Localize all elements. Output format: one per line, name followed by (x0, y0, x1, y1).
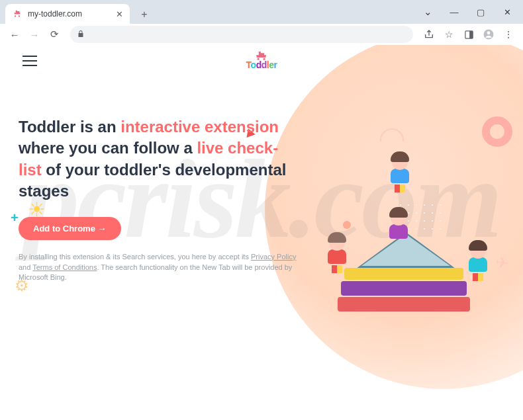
lock-icon (77, 30, 85, 40)
reload-button[interactable]: ⟳ (45, 25, 64, 44)
close-icon[interactable]: ✕ (116, 9, 123, 19)
child-middle (383, 210, 414, 239)
profile-icon[interactable] (479, 25, 498, 44)
maximize-icon[interactable]: ▢ (467, 3, 494, 21)
stroller-icon (12, 9, 23, 19)
tab-title: my-toddler.com (28, 9, 82, 19)
share-icon[interactable] (420, 25, 438, 44)
book-stack (338, 267, 470, 312)
cta-label: Add to Chrome → (33, 224, 107, 233)
book-yellow (344, 268, 463, 280)
headline-part1: Toddler is an (19, 118, 120, 136)
plus-icon: + (11, 210, 19, 226)
window-controls: ⌄ — ▢ ✕ (414, 3, 520, 21)
toolbar-right: ☆ ⋮ (420, 25, 518, 44)
add-to-chrome-button[interactable]: Add to Chrome → (19, 217, 121, 240)
child-left (321, 235, 353, 273)
disclaimer-text: By installing this extension & its Searc… (19, 252, 297, 284)
minimize-icon[interactable]: — (441, 3, 467, 21)
browser-toolbar: ← → ⟳ ☆ ⋮ (0, 24, 523, 45)
headline-part2: where you can follow a (19, 139, 197, 157)
chevron-down-icon[interactable]: ⌄ (414, 3, 441, 21)
hero-section: + ✈ ☀ ⚙ Toddler is an interactive extens… (0, 77, 523, 296)
disclaimer-part1: By installing this extension & its Searc… (19, 253, 251, 261)
scribble-icon (380, 128, 404, 142)
page-content: pcrisk.com Toddler + ✈ ☀ ⚙ Toddler is an… (0, 45, 523, 420)
url-bar[interactable] (70, 26, 413, 43)
svg-point-3 (487, 31, 491, 34)
book-red (338, 297, 470, 312)
brand-logo[interactable]: Toddler (246, 52, 277, 70)
new-tab-button[interactable]: + (135, 5, 154, 24)
window-close-icon[interactable]: ✕ (494, 3, 520, 21)
plane-icon: ✈ (494, 253, 510, 273)
headline-accent1: interactive extension (120, 118, 279, 136)
ring-icon (482, 116, 512, 147)
headline-part3: of your toddler's developmental stages (19, 161, 286, 200)
forward-button[interactable]: → (25, 25, 44, 44)
child-top (384, 154, 416, 192)
bookmark-icon[interactable]: ☆ (440, 25, 458, 44)
terms-link[interactable]: Terms of Conditions (32, 263, 97, 271)
kebab-menu-icon[interactable]: ⋮ (499, 25, 518, 44)
headline: Toddler is an interactive extension wher… (19, 116, 297, 202)
brand-wordmark: Toddler (246, 60, 277, 70)
book-purple (341, 281, 467, 296)
tab-bar: my-toddler.com ✕ + ⌄ — ▢ ✕ (0, 0, 523, 24)
disclaimer-and: and (19, 263, 32, 271)
page-header: Toddler (0, 45, 523, 77)
hamburger-menu-icon[interactable] (19, 52, 41, 70)
child-right (462, 243, 494, 281)
browser-chrome: my-toddler.com ✕ + ⌄ — ▢ ✕ ← → ⟳ ☆ (0, 0, 523, 45)
privacy-policy-link[interactable]: Privacy Policy (251, 253, 296, 261)
browser-tab[interactable]: my-toddler.com ✕ (5, 4, 130, 24)
stroller-icon (256, 52, 267, 60)
svg-rect-1 (469, 30, 473, 38)
hero-illustration (318, 159, 490, 312)
back-button[interactable]: ← (5, 25, 24, 44)
side-panel-icon[interactable] (459, 25, 478, 44)
